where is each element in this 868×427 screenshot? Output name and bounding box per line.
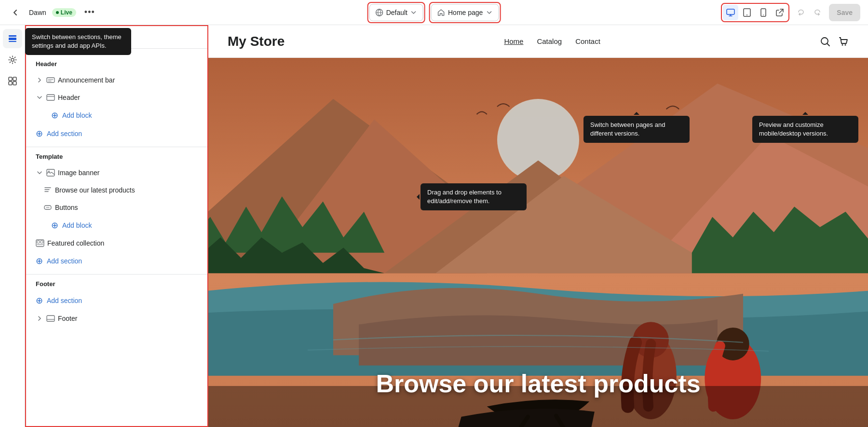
browse-latest-item[interactable]: Browse our latest products [26, 181, 207, 199]
footer-item[interactable]: Footer [26, 310, 207, 327]
store-nav-links: Home Catalog Contact [504, 37, 600, 45]
redo-button[interactable] [810, 5, 825, 20]
browse-latest-label: Browse our latest products [55, 186, 135, 194]
live-dot [56, 11, 59, 14]
buttons-label: Buttons [55, 204, 78, 211]
preview-area: My Store Home Catalog Contact [208, 25, 868, 427]
add-block-2-label: Add block [62, 221, 92, 229]
app-name: Dawn [29, 9, 46, 16]
apps-icon-button[interactable] [3, 71, 22, 91]
svg-point-24 [841, 44, 843, 45]
hero-section: Browse our latest products Drag and drop… [208, 58, 868, 427]
add-block-1-row[interactable]: ⊕ Add block [26, 106, 207, 124]
announcement-bar-item[interactable]: Announcement bar [26, 71, 207, 89]
image-banner-icon [46, 168, 55, 177]
save-button[interactable]: Save [829, 4, 860, 21]
desktop-view-button[interactable] [723, 5, 738, 20]
store-nav: My Store Home Catalog Contact [208, 25, 868, 58]
gear-icon [8, 55, 17, 65]
top-bar-center: Default Home page [367, 2, 501, 23]
svg-point-25 [844, 44, 846, 45]
default-dropdown[interactable]: Default [369, 4, 423, 21]
default-selector-wrapper: Default [367, 2, 425, 23]
add-section-3-icon: ⊕ [36, 295, 43, 306]
image-banner-item[interactable]: Image banner [26, 164, 207, 181]
top-bar-right: Save [721, 3, 860, 22]
nav-link-contact[interactable]: Contact [575, 37, 600, 45]
nav-link-home[interactable]: Home [504, 37, 523, 45]
homepage-selector-wrapper: Home page [429, 2, 501, 23]
svg-point-5 [763, 14, 764, 15]
buttons-item[interactable]: Buttons [26, 199, 207, 216]
add-section-2-row[interactable]: ⊕ Add section [26, 252, 207, 270]
svg-rect-22 [47, 316, 54, 321]
svg-point-9 [11, 58, 14, 61]
undo-button[interactable] [793, 5, 809, 20]
header-section-group: Header Announcement bar [26, 55, 207, 147]
tablet-view-button[interactable] [739, 5, 755, 20]
add-block-1-label: Add block [62, 111, 92, 119]
home-page-label: Home page [448, 9, 483, 16]
header-item[interactable]: Header [26, 89, 207, 106]
add-block-2-icon: ⊕ [51, 220, 58, 231]
add-block-2-row[interactable]: ⊕ Add block [26, 216, 207, 234]
add-block-1-icon: ⊕ [51, 110, 58, 121]
panel-content: Header Announcement bar [26, 49, 207, 426]
footer-icon [46, 314, 55, 323]
sections-icon [8, 34, 17, 43]
svg-rect-6 [9, 35, 16, 37]
default-label: Default [386, 9, 407, 16]
svg-rect-14 [47, 78, 54, 83]
chevron-down-icon-4 [36, 169, 43, 177]
add-section-3-label: Add section [47, 297, 82, 304]
announcement-bar-icon [46, 76, 55, 84]
add-section-1-row[interactable]: ⊕ Add section [26, 124, 207, 143]
add-section-1-icon: ⊕ [36, 128, 43, 139]
featured-collection-item[interactable]: Featured collection [26, 234, 207, 252]
svg-rect-8 [9, 41, 16, 42]
chevron-right-icon-2 [36, 315, 43, 322]
header-section-label: Header [26, 58, 207, 71]
left-panel: Home page Header Announcement bar [25, 25, 208, 427]
panel-header: Home page [26, 26, 207, 49]
footer-section-label: Footer [26, 278, 207, 291]
panel-title: Home page [36, 34, 77, 42]
live-label: Live [61, 9, 72, 16]
store-nav-actions [820, 36, 849, 47]
main-layout: Home page Header Announcement bar [0, 25, 868, 427]
settings-icon-button[interactable] [3, 50, 22, 69]
svg-rect-13 [13, 82, 16, 85]
svg-rect-1 [727, 9, 734, 14]
home-page-dropdown[interactable]: Home page [431, 4, 499, 21]
more-menu-button[interactable]: ••• [82, 5, 97, 20]
footer-section-group: Footer ⊕ Add section Footer [26, 275, 207, 331]
svg-rect-11 [13, 77, 16, 81]
top-bar: Dawn Live ••• Switch between sections, t… [0, 0, 868, 25]
featured-collection-icon [36, 239, 44, 248]
add-section-3-row[interactable]: ⊕ Add section [26, 291, 207, 310]
template-section-group: Template Image banner [26, 147, 207, 275]
add-section-1-label: Add section [47, 130, 82, 138]
mobile-view-button[interactable] [756, 5, 771, 20]
globe-icon [376, 9, 383, 16]
search-icon[interactable] [820, 36, 830, 47]
sections-icon-button[interactable] [3, 29, 22, 48]
svg-rect-15 [47, 95, 54, 100]
chevron-down-icon [410, 9, 417, 16]
undo-redo-controls [793, 5, 825, 20]
featured-collection-label: Featured collection [47, 239, 104, 247]
cart-icon[interactable] [838, 36, 849, 47]
back-button[interactable] [8, 5, 23, 20]
top-bar-left: Dawn Live ••• Switch between sections, t… [8, 5, 97, 20]
external-link-button[interactable] [772, 5, 787, 20]
apps-icon [8, 76, 17, 86]
chevron-down-icon-3 [36, 94, 43, 101]
chevron-right-icon [36, 76, 43, 84]
buttons-icon [43, 203, 52, 212]
hero-text: Browse our latest products [208, 369, 868, 398]
header-label: Header [58, 94, 80, 101]
chevron-down-icon-2 [486, 9, 492, 16]
nav-link-catalog[interactable]: Catalog [537, 37, 562, 45]
home-icon [437, 9, 445, 16]
svg-rect-10 [9, 77, 12, 81]
